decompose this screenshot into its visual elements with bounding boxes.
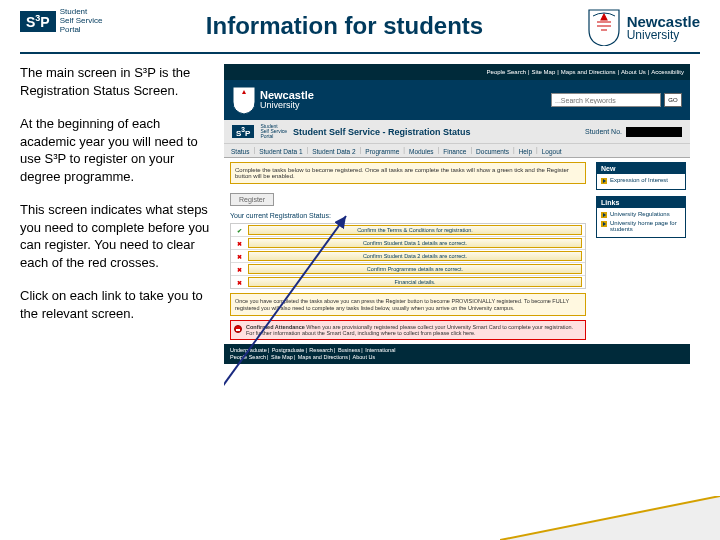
- tab-finance[interactable]: Finance: [442, 146, 467, 157]
- top-link[interactable]: Accessibility: [651, 69, 684, 75]
- task-link[interactable]: Financial details.: [248, 277, 582, 287]
- top-link[interactable]: About Us: [621, 69, 646, 75]
- confirm-attendance-box: Confirmed Attendance When you are provis…: [230, 320, 586, 340]
- student-number: Student No.: [585, 127, 682, 137]
- task-row: ✖Financial details.: [231, 276, 585, 288]
- bullet-icon: [601, 212, 607, 218]
- tick-icon: ✔: [234, 227, 244, 234]
- newcastle-logo: Newcastle University: [587, 8, 700, 46]
- footer: Undergraduate| Postgraduate| Research| B…: [224, 344, 690, 364]
- task-row: ✔Confirm the Terms & Conditions for regi…: [231, 224, 585, 237]
- para-3: This screen indicates what steps you nee…: [20, 201, 210, 271]
- search-go-button[interactable]: GO: [664, 93, 682, 107]
- explanation-column: The main screen in S³P is the Registrati…: [20, 64, 210, 364]
- sub-header: S3P StudentSelf ServicePortal Student Se…: [224, 120, 690, 144]
- top-nav-bar: People Search| Site Map| Maps and Direct…: [224, 64, 690, 80]
- banner-logo: NewcastleUniversity: [232, 86, 314, 114]
- task-row: ✖Confirm Student Data 2 details are corr…: [231, 250, 585, 263]
- panel-heading: Links: [597, 197, 685, 208]
- tab-bar: Status| Student Data 1| Student Data 2| …: [224, 144, 690, 158]
- para-2: At the beginning of each academic year y…: [20, 115, 210, 185]
- side-link[interactable]: University Regulations: [601, 211, 681, 218]
- crest-icon: [587, 8, 621, 46]
- s3p-subtitle: Student Self Service Portal: [60, 8, 103, 34]
- side-link[interactable]: University home page for students: [601, 220, 681, 232]
- s3p-logo: S3P Student Self Service Portal: [20, 8, 102, 34]
- tab-modules[interactable]: Modules: [408, 146, 435, 157]
- crest-icon: [232, 86, 256, 114]
- tab-logout[interactable]: Logout: [541, 146, 563, 157]
- bullet-icon: [601, 221, 607, 227]
- bullet-icon: [601, 178, 607, 184]
- tab-programme[interactable]: Programme: [364, 146, 400, 157]
- register-button[interactable]: Register: [230, 193, 274, 206]
- top-link[interactable]: People Search: [487, 69, 526, 75]
- banner: NewcastleUniversity GO: [224, 80, 690, 120]
- s3p-mini-text: StudentSelf ServicePortal: [260, 124, 287, 139]
- task-row: ✖Confirm Student Data 1 details are corr…: [231, 237, 585, 250]
- s3p-mark: S3P: [20, 11, 56, 32]
- cross-icon: ✖: [234, 253, 244, 260]
- tab-studentdata2[interactable]: Student Data 2: [311, 146, 356, 157]
- info-box: Once you have completed the tasks above …: [230, 293, 586, 316]
- search-box: GO: [551, 93, 682, 107]
- cross-icon: ✖: [234, 266, 244, 273]
- cross-icon: ✖: [234, 279, 244, 286]
- redacted-box: [626, 127, 682, 137]
- search-input[interactable]: [551, 93, 661, 107]
- reg-status-heading: Your current Registration Status:: [230, 212, 586, 219]
- side-column: New Expression of Interest Links Univers…: [592, 158, 690, 344]
- task-link[interactable]: Confirm Student Data 2 details are corre…: [248, 251, 582, 261]
- page-title: Information for students: [206, 12, 483, 40]
- task-link[interactable]: Confirm the Terms & Conditions for regis…: [248, 225, 582, 235]
- tab-status[interactable]: Status: [230, 146, 250, 157]
- instruction-box: Complete the tasks below to become regis…: [230, 162, 586, 184]
- embedded-screenshot: People Search| Site Map| Maps and Direct…: [224, 64, 690, 364]
- cross-icon: ✖: [234, 240, 244, 247]
- decorative-diagonal: [500, 496, 720, 540]
- s3p-mark-mini: S3P: [232, 125, 254, 139]
- links-panel: Links University Regulations University …: [596, 196, 686, 238]
- task-row: ✖Confirm Programme details are correct.: [231, 263, 585, 276]
- tab-documents[interactable]: Documents: [475, 146, 510, 157]
- main-panel: Complete the tasks below to become regis…: [224, 158, 592, 344]
- tab-studentdata1[interactable]: Student Data 1: [258, 146, 303, 157]
- newcastle-text: Newcastle University: [627, 14, 700, 41]
- task-link[interactable]: Confirm Student Data 1 details are corre…: [248, 238, 582, 248]
- panel-heading: New: [597, 163, 685, 174]
- task-link[interactable]: Confirm Programme details are correct.: [248, 264, 582, 274]
- tab-help[interactable]: Help: [518, 146, 533, 157]
- side-link[interactable]: Expression of Interest: [601, 177, 681, 184]
- screen-title: Student Self Service - Registration Stat…: [293, 127, 471, 137]
- top-link[interactable]: Maps and Directions: [561, 69, 616, 75]
- new-panel: New Expression of Interest: [596, 162, 686, 190]
- para-4: Click on each link to take you to the re…: [20, 287, 210, 322]
- no-entry-icon: [234, 325, 242, 333]
- para-1: The main screen in S³P is the Registrati…: [20, 64, 210, 99]
- header-rule: [20, 52, 700, 54]
- top-link[interactable]: Site Map: [532, 69, 556, 75]
- task-list: ✔Confirm the Terms & Conditions for regi…: [230, 223, 586, 289]
